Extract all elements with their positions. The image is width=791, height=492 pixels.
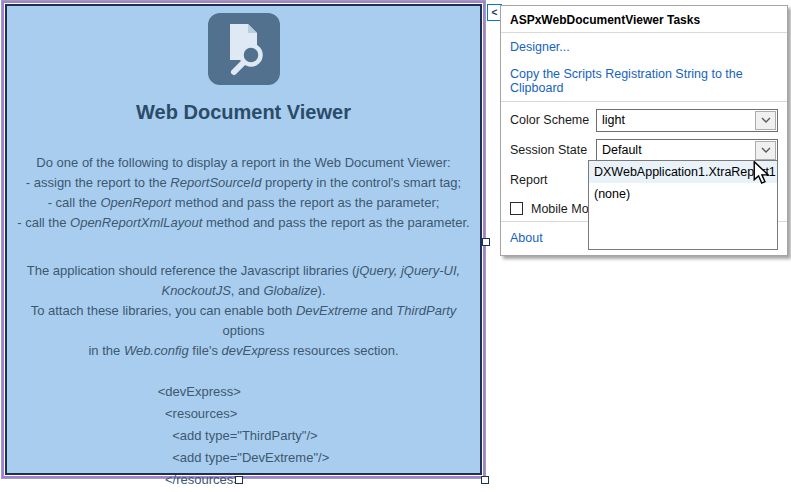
italic-term: Web.config <box>124 343 189 358</box>
document-search-icon <box>208 13 280 85</box>
libraries-paragraph: The application should reference the Jav… <box>7 261 480 361</box>
italic-term: KnockoutJS <box>161 283 230 298</box>
italic-term: Globalize <box>263 283 317 298</box>
italic-term: DevExtreme <box>296 303 368 318</box>
text-segment: , and <box>231 283 264 298</box>
tasks-panel-title: ASPxWebDocumentViewer Tasks <box>501 10 787 32</box>
report-dropdown-item[interactable]: (none) <box>589 183 777 205</box>
color-scheme-value: light <box>597 113 754 127</box>
text-segment: - call the <box>48 195 101 210</box>
session-state-label: Session State <box>510 143 596 157</box>
report-dropdown-item[interactable]: DXWebApplication1.XtraReport1 <box>589 161 777 183</box>
text-segment: file's <box>189 343 222 358</box>
italic-term: ThirdParty <box>396 303 456 318</box>
resize-handle-bottom-right[interactable] <box>481 476 489 484</box>
report-dropdown-list: DXWebApplication1.XtraReport1(none) <box>588 160 778 250</box>
italic-term: OpenReportXmlLayout <box>70 215 202 230</box>
text-segment: method and pass the report as the parame… <box>171 195 439 210</box>
page-title: Web Document Viewer <box>136 101 351 124</box>
config-code-sample: <devExpress> <resources> <add type="Thir… <box>158 381 329 492</box>
text-segment: ). <box>318 283 326 298</box>
text-segment: To attach these libraries, you can enabl… <box>31 303 296 318</box>
session-state-value: Default <box>597 143 754 157</box>
color-scheme-label: Color Scheme <box>510 113 596 127</box>
color-scheme-combobox[interactable]: light <box>596 109 778 132</box>
text-segment: options <box>223 323 265 338</box>
italic-term: OpenReport <box>100 195 171 210</box>
text-segment: in the <box>88 343 123 358</box>
text-segment: - call the <box>17 215 70 230</box>
session-state-combobox[interactable]: Default <box>596 139 778 162</box>
web-document-viewer-control[interactable]: Web Document Viewer Do one of the follow… <box>5 4 482 475</box>
instructions-paragraph: Do one of the following to display a rep… <box>7 153 480 233</box>
text-segment: method and pass the report as the parame… <box>202 215 469 230</box>
text-segment: resources section. <box>289 343 398 358</box>
chevron-down-icon[interactable] <box>755 111 776 130</box>
text-segment: - assign the report to the <box>26 175 171 190</box>
resize-handle-middle-right[interactable] <box>482 238 490 246</box>
report-label: Report <box>510 173 596 187</box>
text-segment: Do one of the following to display a rep… <box>36 155 450 170</box>
italic-term: ReportSourceId <box>170 175 261 190</box>
color-scheme-row: Color Schemelight <box>510 105 778 135</box>
resize-handle-bottom-center[interactable] <box>235 476 243 484</box>
copy-scripts-link[interactable]: Copy the Scripts Registration String to … <box>501 60 787 101</box>
text-segment: The application should reference the Jav… <box>27 263 357 278</box>
mobile-mode-checkbox[interactable] <box>510 202 523 215</box>
text-segment: property in the control's smart tag; <box>261 175 461 190</box>
chevron-down-icon[interactable] <box>755 141 776 160</box>
designer-link[interactable]: Designer... <box>501 33 787 60</box>
italic-term: jQuery, jQuery-UI, <box>356 263 460 278</box>
italic-term: devExpress <box>222 343 290 358</box>
text-segment: and <box>367 303 396 318</box>
